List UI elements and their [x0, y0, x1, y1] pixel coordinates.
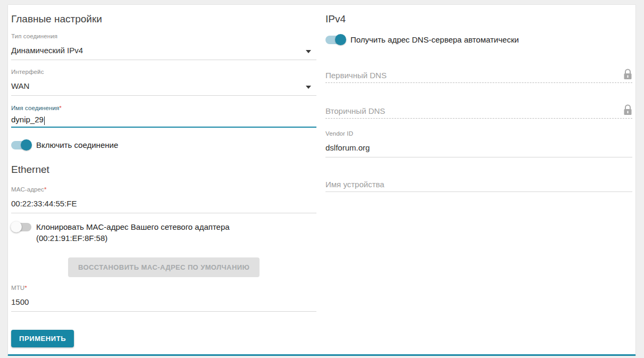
- apply-button[interactable]: ПРИМЕНИТЬ: [11, 330, 74, 347]
- connection-name-label: Имя соединения*: [11, 104, 316, 112]
- interface-label: Интерфейс: [11, 68, 316, 76]
- secondary-dns-input[interactable]: [325, 97, 632, 119]
- connection-name-input[interactable]: dynip_29: [11, 112, 316, 128]
- clone-mac-label: Клонировать MAC-адрес Вашего сетевого ад…: [36, 221, 230, 244]
- mac-address-input[interactable]: [11, 193, 316, 213]
- enable-connection-label: Включить соединение: [36, 139, 118, 151]
- text-cursor: [44, 116, 45, 125]
- mac-address-label: MAC-адрес*: [11, 186, 316, 193]
- mtu-label: MTU*: [11, 284, 316, 292]
- connection-name-value: dynip_29: [11, 114, 44, 125]
- connection-name-field: Имя соединения* dynip_29: [11, 104, 316, 128]
- auto-dns-toggle[interactable]: Получить адрес DNS-сервера автоматически: [325, 34, 519, 45]
- mtu-input[interactable]: [11, 292, 316, 312]
- auto-dns-label: Получить адрес DNS-сервера автоматически: [350, 34, 519, 45]
- device-name-field: [325, 170, 632, 192]
- interface-field: Интерфейс WAN: [11, 68, 316, 96]
- section-title-ethernet: Ethernet: [11, 163, 49, 176]
- toggle-on-icon: [11, 141, 31, 149]
- connection-type-label: Тип соединения: [11, 32, 316, 40]
- settings-card: Главные настройки Тип соединения Динамич…: [7, 4, 636, 356]
- chevron-down-icon: [306, 50, 311, 53]
- lock-icon: [623, 69, 632, 80]
- primary-dns-input[interactable]: [325, 61, 632, 83]
- required-asterisk: *: [59, 105, 62, 111]
- toggle-off-icon: [11, 223, 31, 231]
- vendor-id-input[interactable]: [325, 137, 632, 157]
- toggle-on-icon: [325, 36, 346, 44]
- vendor-id-field: Vendor ID: [325, 130, 632, 157]
- clone-mac-note: (00:21:91:EF:8F:58): [36, 232, 230, 244]
- interface-select[interactable]: WAN: [11, 76, 316, 96]
- required-asterisk: *: [44, 186, 47, 193]
- enable-connection-toggle[interactable]: Включить соединение: [11, 139, 118, 151]
- chevron-down-icon: [306, 86, 311, 89]
- connection-type-value: Динамический IPv4: [11, 45, 83, 56]
- connection-type-select[interactable]: Динамический IPv4: [11, 40, 316, 60]
- mtu-field: MTU*: [11, 284, 316, 312]
- lock-icon: [623, 104, 632, 115]
- main-settings-column: Главные настройки Тип соединения Динамич…: [11, 5, 316, 354]
- section-title-main: Главные настройки: [11, 12, 102, 26]
- primary-dns-field: [325, 61, 632, 83]
- mac-address-field: MAC-адрес*: [11, 186, 316, 213]
- secondary-dns-field: [325, 97, 632, 119]
- clone-mac-toggle[interactable]: Клонировать MAC-адрес Вашего сетевого ад…: [11, 221, 230, 244]
- vendor-id-label: Vendor ID: [325, 130, 632, 137]
- ipv4-column: IPv4 Получить адрес DNS-сервера автомати…: [325, 5, 632, 354]
- required-asterisk: *: [24, 285, 27, 291]
- connection-type-field: Тип соединения Динамический IPv4: [11, 32, 316, 60]
- device-name-input[interactable]: [325, 170, 632, 192]
- restore-mac-button[interactable]: ВОССТАНОВИТЬ MAC-АДРЕС ПО УМОЛЧАНИЮ: [68, 257, 260, 277]
- interface-value: WAN: [11, 80, 29, 92]
- section-title-ipv4: IPv4: [325, 12, 346, 26]
